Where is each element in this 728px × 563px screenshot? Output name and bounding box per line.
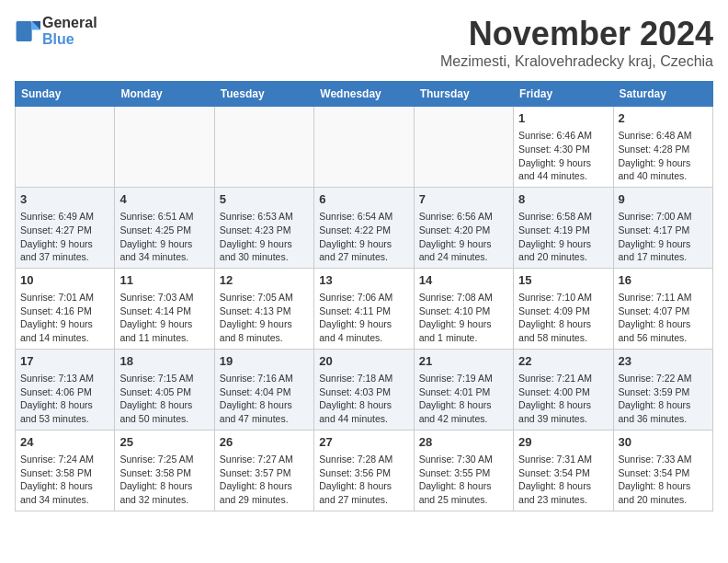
day-number: 11: [119, 272, 209, 289]
day-info-line: Daylight: 8 hours and 39 minutes.: [518, 399, 591, 424]
header-row: SundayMondayTuesdayWednesdayThursdayFrid…: [16, 82, 713, 107]
day-info: Sunrise: 6:58 AMSunset: 4:19 PMDaylight:…: [518, 210, 608, 264]
day-info-line: Daylight: 9 hours and 4 minutes.: [319, 318, 392, 343]
week-row-1: 1Sunrise: 6:46 AMSunset: 4:30 PMDaylight…: [16, 107, 713, 188]
day-info-line: Sunrise: 7:19 AM: [419, 373, 493, 384]
day-info-line: Sunset: 4:04 PM: [220, 386, 291, 397]
day-info-line: Sunset: 3:56 PM: [319, 467, 391, 478]
day-info-line: Sunset: 4:14 PM: [119, 305, 191, 316]
day-info-line: Daylight: 9 hours and 17 minutes.: [619, 238, 691, 263]
day-info-line: Daylight: 9 hours and 30 minutes.: [220, 238, 292, 263]
day-info-line: Sunrise: 7:31 AM: [518, 454, 592, 465]
title-section: November 2024 Mezimesti, Kralovehradecky…: [440, 15, 713, 70]
day-number: 16: [619, 272, 708, 289]
calendar-cell: 28Sunrise: 7:30 AMSunset: 3:55 PMDayligh…: [414, 430, 513, 511]
calendar-cell: 7Sunrise: 6:56 AMSunset: 4:20 PMDaylight…: [414, 187, 513, 268]
calendar-cell: 17Sunrise: 7:13 AMSunset: 4:06 PMDayligh…: [16, 349, 115, 430]
day-number: 30: [619, 434, 708, 451]
day-info-line: Sunrise: 7:30 AM: [419, 454, 493, 465]
calendar-cell: 26Sunrise: 7:27 AMSunset: 3:57 PMDayligh…: [214, 430, 313, 511]
day-info-line: Sunrise: 6:58 AM: [518, 211, 592, 222]
day-info-line: Sunrise: 7:01 AM: [20, 292, 94, 303]
day-info-line: Sunrise: 7:22 AM: [619, 373, 692, 384]
day-number: 25: [119, 434, 209, 451]
day-info-line: Sunrise: 7:28 AM: [319, 454, 392, 465]
day-info-line: Daylight: 9 hours and 1 minute.: [419, 318, 492, 343]
day-info: Sunrise: 7:31 AMSunset: 3:54 PMDaylight:…: [518, 453, 608, 507]
header-day-sunday: Sunday: [16, 82, 115, 107]
calendar-cell: 15Sunrise: 7:10 AMSunset: 4:09 PMDayligh…: [514, 268, 613, 349]
day-number: 27: [319, 434, 408, 451]
day-info: Sunrise: 7:30 AMSunset: 3:55 PMDaylight:…: [419, 453, 508, 507]
calendar-cell: 9Sunrise: 7:00 AMSunset: 4:17 PMDaylight…: [613, 187, 712, 268]
day-info: Sunrise: 7:01 AMSunset: 4:16 PMDaylight:…: [20, 291, 109, 345]
day-info: Sunrise: 6:56 AMSunset: 4:20 PMDaylight:…: [419, 210, 508, 264]
day-info-line: Sunset: 4:20 PM: [419, 224, 491, 236]
day-info-line: Sunset: 4:05 PM: [119, 386, 191, 397]
day-info: Sunrise: 6:53 AMSunset: 4:23 PMDaylight:…: [220, 210, 309, 264]
day-info-line: Sunrise: 7:08 AM: [419, 292, 493, 303]
day-info: Sunrise: 7:27 AMSunset: 3:57 PMDaylight:…: [220, 453, 309, 507]
day-info-line: Sunset: 3:57 PM: [220, 467, 291, 478]
day-info-line: Daylight: 8 hours and 29 minutes.: [220, 480, 292, 505]
calendar-cell: [314, 107, 414, 188]
calendar-cell: 5Sunrise: 6:53 AMSunset: 4:23 PMDaylight…: [214, 187, 313, 268]
day-info-line: Sunrise: 7:03 AM: [119, 292, 193, 303]
calendar-cell: 13Sunrise: 7:06 AMSunset: 4:11 PMDayligh…: [314, 268, 414, 349]
header-day-friday: Friday: [514, 82, 613, 107]
day-info-line: Daylight: 9 hours and 24 minutes.: [419, 238, 492, 263]
day-info-line: Daylight: 8 hours and 47 minutes.: [220, 399, 292, 424]
day-number: 14: [419, 272, 508, 289]
day-number: 8: [518, 191, 608, 208]
day-number: 21: [419, 353, 508, 370]
day-info: Sunrise: 6:54 AMSunset: 4:22 PMDaylight:…: [319, 210, 408, 264]
day-number: 9: [619, 191, 708, 208]
day-info-line: Daylight: 8 hours and 58 minutes.: [518, 318, 591, 343]
day-info: Sunrise: 7:10 AMSunset: 4:09 PMDaylight:…: [518, 291, 608, 345]
day-info: Sunrise: 7:18 AMSunset: 4:03 PMDaylight:…: [319, 372, 408, 426]
day-info-line: Sunrise: 7:10 AM: [518, 292, 592, 303]
calendar-cell: 21Sunrise: 7:19 AMSunset: 4:01 PMDayligh…: [414, 349, 513, 430]
day-info-line: Daylight: 9 hours and 20 minutes.: [518, 238, 591, 263]
day-info-line: Sunset: 3:55 PM: [419, 467, 491, 478]
calendar-cell: 14Sunrise: 7:08 AMSunset: 4:10 PMDayligh…: [414, 268, 513, 349]
day-info: Sunrise: 7:19 AMSunset: 4:01 PMDaylight:…: [419, 372, 508, 426]
calendar-cell: 12Sunrise: 7:05 AMSunset: 4:13 PMDayligh…: [214, 268, 313, 349]
day-number: 17: [20, 353, 109, 370]
day-number: 13: [319, 272, 408, 289]
calendar-cell: 10Sunrise: 7:01 AMSunset: 4:16 PMDayligh…: [16, 268, 115, 349]
day-info: Sunrise: 7:28 AMSunset: 3:56 PMDaylight:…: [319, 453, 408, 507]
day-info-line: Daylight: 8 hours and 56 minutes.: [619, 318, 691, 343]
day-info-line: Daylight: 8 hours and 25 minutes.: [419, 480, 492, 505]
day-info-line: Sunrise: 7:05 AM: [220, 292, 293, 303]
logo: General Blue: [15, 15, 97, 47]
calendar-cell: 4Sunrise: 6:51 AMSunset: 4:25 PMDaylight…: [115, 187, 214, 268]
day-info: Sunrise: 6:51 AMSunset: 4:25 PMDaylight:…: [119, 210, 209, 264]
day-info-line: Daylight: 9 hours and 14 minutes.: [20, 318, 93, 343]
month-title: November 2024: [440, 15, 713, 53]
calendar-cell: 2Sunrise: 6:48 AMSunset: 4:28 PMDaylight…: [613, 107, 712, 188]
day-info-line: Daylight: 9 hours and 11 minutes.: [119, 318, 192, 343]
day-info: Sunrise: 7:25 AMSunset: 3:58 PMDaylight:…: [119, 453, 209, 507]
day-info-line: Sunrise: 6:56 AM: [419, 211, 493, 222]
day-info-line: Sunrise: 7:27 AM: [220, 454, 293, 465]
calendar-cell: 8Sunrise: 6:58 AMSunset: 4:19 PMDaylight…: [514, 187, 613, 268]
day-info-line: Sunrise: 7:33 AM: [619, 454, 692, 465]
day-info-line: Daylight: 8 hours and 34 minutes.: [20, 480, 93, 505]
day-number: 15: [518, 272, 608, 289]
calendar-cell: 25Sunrise: 7:25 AMSunset: 3:58 PMDayligh…: [115, 430, 214, 511]
logo-icon: [15, 18, 40, 44]
day-info-line: Daylight: 8 hours and 44 minutes.: [319, 399, 392, 424]
day-number: 18: [119, 353, 209, 370]
day-info-line: Sunrise: 7:18 AM: [319, 373, 392, 384]
day-info-line: Sunset: 4:30 PM: [518, 144, 590, 155]
day-info-line: Daylight: 8 hours and 36 minutes.: [619, 399, 691, 424]
day-info-line: Sunset: 4:25 PM: [119, 224, 191, 236]
day-info-line: Sunset: 4:06 PM: [20, 386, 92, 397]
day-info-line: Sunset: 4:09 PM: [518, 305, 590, 316]
week-row-2: 3Sunrise: 6:49 AMSunset: 4:27 PMDaylight…: [16, 187, 713, 268]
day-info-line: Sunset: 3:58 PM: [20, 467, 92, 478]
header-day-saturday: Saturday: [613, 82, 712, 107]
week-row-5: 24Sunrise: 7:24 AMSunset: 3:58 PMDayligh…: [16, 430, 713, 511]
day-info-line: Daylight: 8 hours and 53 minutes.: [20, 399, 93, 424]
